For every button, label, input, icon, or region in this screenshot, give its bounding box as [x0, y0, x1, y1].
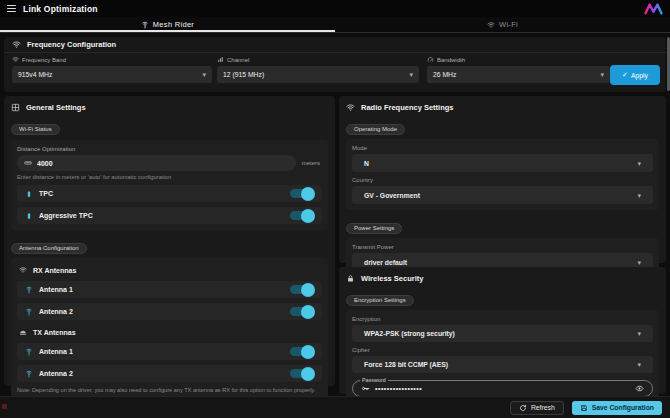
refresh-icon	[519, 404, 527, 412]
tx-antenna1-row: Antenna 1	[17, 343, 322, 360]
bar-chart-icon	[217, 56, 224, 63]
encryption-select[interactable]: WPA2-PSK (strong security) ▾	[352, 325, 653, 342]
antenna-label: Antenna 1	[39, 348, 73, 355]
grid-icon	[11, 103, 20, 112]
selected-value: N	[364, 160, 369, 167]
brand-logo-icon	[644, 3, 663, 15]
antenna-icon	[25, 370, 33, 378]
tab-wifi[interactable]: Wi-Fi	[335, 17, 670, 32]
radio-frequency-settings-section: Radio Frequency Settings Operating Mode …	[339, 96, 666, 263]
distance-unit: meters	[302, 160, 320, 166]
section-title: Radio Frequency Settings	[361, 103, 454, 112]
antenna-label: Antenna 2	[39, 308, 73, 315]
selected-value: GV - Government	[364, 192, 420, 199]
selected-value: 12 (915 MHz)	[223, 71, 264, 78]
chevron-down-icon: ▾	[600, 71, 604, 78]
selected-value: WPA2-PSK (strong security)	[364, 330, 455, 337]
save-label: Save Configuration	[592, 404, 654, 411]
distance-label: Distance Optimization	[17, 146, 322, 152]
chevron-down-icon: ▾	[637, 330, 641, 337]
chevron-down-icon: ▾	[637, 192, 641, 199]
general-settings-section: General Settings Wi-Fi Status Distance O…	[4, 96, 335, 386]
frequency-band-select[interactable]: 915v4 MHz ▾	[12, 66, 212, 83]
tx-antennas-title: TX Antennas	[33, 329, 76, 336]
wifi-icon	[12, 56, 19, 63]
bandwidth-select[interactable]: 26 MHz ▾	[427, 66, 610, 83]
tpc-label: TPC	[39, 190, 53, 197]
aggressive-tpc-label: Aggressive TPC	[39, 212, 93, 219]
tab-mesh-rider[interactable]: Mesh Rider	[0, 17, 335, 32]
selected-value: Force 128 bit CCMP (AES)	[364, 361, 448, 368]
antenna-icon	[25, 286, 33, 294]
wifi-icon	[346, 103, 355, 112]
frequency-configuration-section: Frequency Configuration Frequency Band 9…	[4, 37, 666, 92]
selected-value: 26 MHz	[433, 71, 456, 78]
antenna-icon	[25, 348, 33, 356]
dome-icon	[19, 328, 27, 336]
refresh-label: Refresh	[531, 404, 555, 411]
field-label: Bandwidth	[437, 57, 465, 63]
transmit-power-label: Transmit Power	[352, 244, 653, 250]
refresh-button[interactable]: Refresh	[510, 401, 564, 415]
mode-select[interactable]: N ▾	[352, 154, 653, 172]
channel-select[interactable]: 12 (915 MHz) ▾	[217, 66, 419, 83]
page-title: Link Optimization	[23, 4, 98, 14]
frequency-band-field: Frequency Band 915v4 MHz ▾	[12, 55, 212, 83]
lock-icon	[346, 274, 355, 283]
wifi-icon	[487, 21, 495, 29]
gauge-icon	[427, 56, 434, 63]
operating-mode-card: Mode N ▾ Country GV - Government ▾	[346, 139, 659, 210]
password-value: ••••••••••••••••	[375, 385, 422, 392]
app-header: Link Optimization	[0, 0, 670, 17]
operating-mode-chip: Operating Mode	[346, 124, 405, 135]
bandwidth-field: Bandwidth 26 MHz ▾	[427, 55, 610, 83]
antenna-configuration-chip: Antenna Configuration	[11, 243, 87, 254]
antenna-label: Antenna 2	[39, 370, 73, 377]
chevron-down-icon: ▾	[637, 160, 641, 167]
ruler-icon	[24, 159, 32, 167]
apply-button[interactable]: ✓ Apply	[610, 65, 660, 85]
rx-antenna2-row: Antenna 2	[17, 303, 322, 320]
check-icon: ✓	[622, 71, 628, 79]
footer-bar: Refresh Save Configuration	[0, 396, 670, 418]
menu-icon[interactable]	[7, 5, 16, 12]
battery-icon	[25, 190, 33, 198]
rx-antenna1-toggle[interactable]	[290, 285, 314, 294]
antenna-icon	[25, 308, 33, 316]
tpc-toggle[interactable]	[290, 189, 314, 198]
chevron-down-icon: ▾	[409, 71, 413, 78]
antenna-label: Antenna 1	[39, 286, 73, 293]
tx-antenna2-toggle[interactable]	[290, 369, 314, 378]
eye-icon[interactable]	[635, 384, 644, 393]
distance-input[interactable]	[37, 160, 289, 167]
footer-left-mark	[2, 404, 7, 409]
apply-label: Apply	[631, 72, 648, 79]
wifi-status-chip: Wi-Fi Status	[11, 124, 60, 135]
wifi-icon	[12, 40, 21, 49]
antenna-note: Note: Depending on the driver, you may a…	[17, 387, 322, 393]
tab-bar: Mesh Rider Wi-Fi	[0, 17, 670, 33]
encryption-settings-chip: Encryption Settings	[346, 295, 414, 306]
tx-antenna1-toggle[interactable]	[290, 347, 314, 356]
cipher-label: Cipher	[352, 347, 653, 353]
antenna-card: RX Antennas Antenna 1 Antenna 2 TX Anten…	[11, 258, 328, 399]
save-icon	[580, 404, 588, 412]
cipher-select[interactable]: Force 128 bit CCMP (AES) ▾	[352, 356, 653, 373]
tab-label: Mesh Rider	[153, 20, 194, 29]
section-title: General Settings	[26, 103, 86, 112]
selected-value: 915v4 MHz	[18, 71, 52, 78]
encryption-label: Encryption	[352, 316, 653, 322]
mode-label: Mode	[352, 145, 653, 151]
aggressive-tpc-toggle[interactable]	[290, 211, 314, 220]
country-select[interactable]: GV - Government ▾	[352, 186, 653, 204]
rx-antenna2-toggle[interactable]	[290, 307, 314, 316]
rx-antenna1-row: Antenna 1	[17, 281, 322, 298]
power-settings-chip: Power Settings	[346, 223, 402, 234]
channel-field: Channel 12 (915 MHz) ▾	[217, 55, 419, 83]
selected-value: driver default	[364, 259, 407, 266]
password-field[interactable]: Password ••••••••••••••••	[352, 380, 653, 397]
field-label: Channel	[227, 57, 249, 63]
wireless-security-section: Wireless Security Encryption Settings En…	[339, 267, 666, 394]
save-configuration-button[interactable]: Save Configuration	[572, 401, 662, 415]
chevron-down-icon: ▾	[202, 71, 206, 78]
